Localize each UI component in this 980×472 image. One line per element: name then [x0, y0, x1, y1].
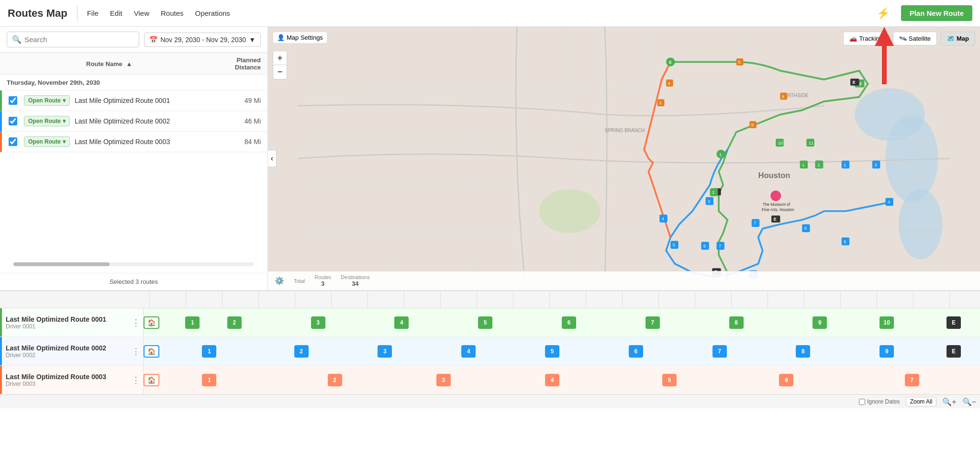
svg-point-4 — [539, 189, 600, 233]
stop-chip[interactable]: 2 — [294, 345, 309, 358]
timeline-tick: 00:35 — [398, 291, 410, 308]
routes-stat: Routes 3 — [314, 274, 331, 287]
timeline-driver-3: Driver 0003 — [6, 381, 139, 387]
tracking-button[interactable]: 🚗 Tracking — [843, 32, 889, 45]
svg-text:5: 5 — [738, 60, 740, 65]
timeline-more-button-3[interactable]: ⋮ — [132, 375, 140, 385]
stop-chip[interactable]: 3 — [436, 374, 451, 386]
stop-chip[interactable]: 4 — [545, 374, 559, 386]
ignore-dates-checkbox-label[interactable]: Ignore Dates — [859, 398, 900, 405]
stop-chip[interactable]: 4 — [461, 345, 476, 358]
timeline-track-3: 🏠1234567 — [144, 366, 980, 394]
timeline-tick: 01:40 — [871, 291, 883, 308]
header: Routes Map File Edit View Routes Operati… — [0, 0, 980, 27]
route-1-status-badge[interactable]: Open Route ▾ — [24, 95, 70, 106]
zoom-in-button[interactable]: + — [273, 51, 287, 65]
route-2-checkbox[interactable] — [9, 117, 17, 125]
route-1-distance: 49 Mi — [227, 97, 261, 104]
ignore-dates-label: Ignore Dates — [867, 398, 900, 405]
timeline-zoom-in-button[interactable]: 🔍+ — [942, 397, 956, 406]
svg-point-2 — [885, 114, 938, 202]
plan-new-route-button[interactable]: Plan New Route — [901, 5, 972, 21]
chevron-down-icon: ▾ — [63, 97, 66, 104]
table-header: Route Name ▲ Planned Distance — [0, 53, 267, 75]
stop-chip[interactable]: 1 — [185, 316, 200, 329]
svg-text:8: 8 — [782, 94, 784, 99]
stop-chip[interactable]: 7 — [905, 374, 919, 386]
stop-chip[interactable]: 5 — [478, 316, 492, 329]
stop-chip[interactable]: 10 — [880, 316, 894, 329]
ignore-dates-checkbox[interactable] — [859, 399, 865, 405]
header-divider — [77, 6, 78, 21]
svg-rect-0 — [298, 27, 950, 290]
stop-chip[interactable]: 5 — [545, 345, 559, 358]
route-2-status-badge[interactable]: Open Route ▾ — [24, 116, 70, 126]
stop-chip[interactable]: 1 — [202, 345, 216, 358]
satellite-button[interactable]: 🛰️ Satellite — [893, 32, 937, 45]
timeline-tick: 00:30 — [362, 291, 374, 308]
timeline-row-1: Last Mile Optimized Route 0001 Driver 00… — [0, 308, 980, 337]
stop-chip[interactable]: 7 — [713, 345, 727, 358]
date-picker[interactable]: 📅 Nov 29, 2030 - Nov 29, 2030 ▼ — [144, 33, 261, 47]
person-icon: 👤 — [277, 34, 285, 41]
page-title: Routes Map — [8, 7, 67, 20]
stop-chip[interactable]: 8 — [796, 345, 810, 358]
search-input[interactable] — [24, 35, 134, 44]
menu-file[interactable]: File — [87, 9, 99, 17]
sort-icon[interactable]: ▲ — [126, 60, 132, 67]
stop-chip[interactable]: 3 — [378, 345, 392, 358]
timeline-tick: 00:10 — [216, 291, 228, 308]
calendar-icon: 📅 — [149, 36, 157, 44]
header-menu: File Edit View Routes Operations — [87, 9, 230, 17]
menu-routes[interactable]: Routes — [161, 9, 184, 17]
map-settings-label: Map Settings — [287, 34, 323, 41]
menu-view[interactable]: View — [134, 9, 149, 17]
stop-chip[interactable]: 4 — [394, 316, 409, 329]
search-icon: 🔍 — [12, 35, 22, 44]
timeline-zoom-out-button[interactable]: 🔍− — [962, 397, 976, 406]
svg-text:8: 8 — [804, 226, 807, 231]
map-settings-button[interactable]: 👤 Map Settings — [273, 32, 327, 44]
stop-chip[interactable]: 🏠 — [144, 316, 159, 329]
route-3-checkbox[interactable] — [9, 137, 17, 146]
map-collapse-button[interactable]: ‹ — [268, 150, 277, 167]
settings-icon[interactable]: ⚙️ — [275, 276, 284, 285]
map-type-button[interactable]: 🗺️ Map — [941, 32, 975, 45]
stop-chip[interactable]: 6 — [779, 374, 793, 386]
stop-chip[interactable]: 🏠 — [144, 345, 159, 358]
svg-text:E: E — [774, 217, 777, 222]
route-2-distance: 46 Mi — [227, 117, 261, 125]
stop-chip[interactable]: 6 — [629, 345, 643, 358]
stop-chip[interactable]: 1 — [202, 374, 216, 386]
search-input-wrap[interactable]: 🔍 — [7, 32, 139, 47]
timeline-tick: 01:45 — [907, 291, 919, 308]
svg-text:SPRING BRANCH: SPRING BRANCH — [605, 128, 645, 133]
stop-chip[interactable]: 3 — [311, 316, 325, 329]
stop-chip[interactable]: 9 — [880, 345, 894, 358]
timeline-tick: 01:35 — [835, 291, 846, 308]
menu-operations[interactable]: Operations — [195, 9, 230, 17]
timeline-tick: 00:50 — [507, 291, 519, 308]
stop-chip[interactable]: 7 — [646, 316, 660, 329]
stop-chip[interactable]: 6 — [562, 316, 576, 329]
stop-chip[interactable]: 9 — [813, 316, 827, 329]
route-3-status-badge[interactable]: Open Route ▾ — [24, 136, 70, 147]
zoom-all-button[interactable]: Zoom All — [906, 397, 937, 406]
timeline-more-button-1[interactable]: ⋮ — [132, 317, 140, 328]
stop-chip[interactable]: E — [947, 316, 961, 329]
timeline-tick: 00:15 — [253, 291, 265, 308]
route-2-name: Last Mile Optimized Route 0002 — [70, 117, 227, 125]
stop-chip[interactable]: 2 — [328, 374, 342, 386]
scrollbar-thumb[interactable] — [13, 262, 110, 266]
stop-chip[interactable]: E — [947, 345, 961, 358]
timeline-more-button-2[interactable]: ⋮ — [132, 346, 140, 357]
stop-chip[interactable]: 5 — [662, 374, 677, 386]
zoom-out-button[interactable]: − — [273, 65, 287, 79]
scrollbar-track — [13, 262, 254, 266]
stop-chip[interactable]: 🏠 — [144, 374, 159, 386]
route-1-checkbox[interactable] — [9, 96, 17, 105]
stop-chip[interactable]: 8 — [729, 316, 744, 329]
menu-edit[interactable]: Edit — [110, 9, 122, 17]
stop-chip[interactable]: 2 — [227, 316, 242, 329]
map-area[interactable]: Houston SPRING BRANCH NORTHSIDE S 12 11 … — [268, 27, 980, 290]
